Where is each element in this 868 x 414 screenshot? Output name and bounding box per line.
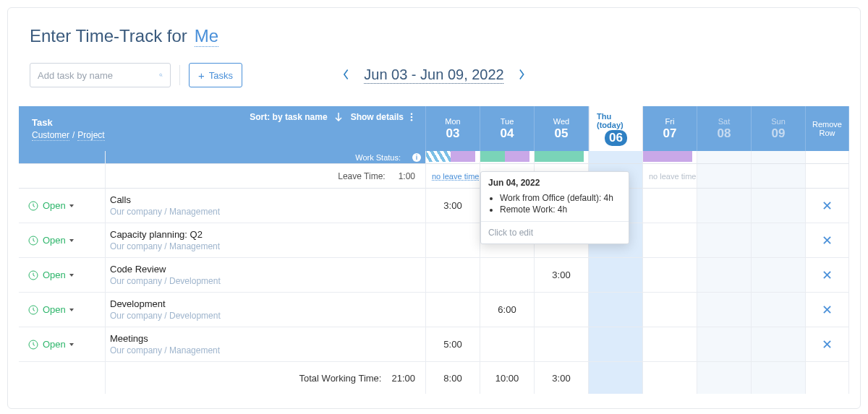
task-status[interactable]: Open (19, 293, 106, 327)
close-icon (823, 340, 831, 348)
day-total: 8:00 (426, 362, 480, 394)
remove-row-button[interactable] (806, 189, 849, 223)
customer-filter[interactable]: Customer (32, 130, 69, 141)
svg-line-1 (161, 76, 162, 77)
close-icon (823, 306, 831, 314)
time-cell[interactable] (697, 189, 752, 223)
time-cell[interactable] (426, 293, 480, 327)
day-header[interactable]: Mon03 (426, 106, 480, 151)
time-cell[interactable] (752, 327, 806, 362)
time-cell[interactable] (643, 189, 697, 223)
caret-down-icon (69, 343, 74, 346)
leave-time-cell[interactable]: no leave time (643, 164, 697, 189)
work-status-cell[interactable] (752, 151, 806, 164)
time-cell[interactable] (589, 293, 643, 327)
caret-down-icon (69, 204, 74, 207)
tasks-button-label: Tasks (209, 70, 233, 81)
time-cell[interactable] (697, 223, 752, 258)
remove-row-button[interactable] (806, 327, 849, 362)
time-cell[interactable]: 6:00 (480, 293, 535, 327)
task-name-cell[interactable]: MeetingsOur company / Management (106, 327, 426, 362)
time-cell[interactable] (697, 293, 752, 327)
divider (179, 65, 180, 85)
task-name-cell[interactable]: Code ReviewOur company / Development (106, 258, 426, 293)
show-details-button[interactable]: Show details (351, 112, 415, 122)
time-cell[interactable] (752, 223, 806, 258)
time-cell[interactable]: 3:00 (535, 258, 589, 293)
task-status[interactable]: Open (19, 327, 106, 362)
clock-icon (27, 304, 39, 316)
remove-row-button[interactable] (806, 223, 849, 258)
task-name-cell[interactable]: CallsOur company / Management (106, 189, 426, 223)
time-cell[interactable] (643, 258, 697, 293)
next-week-button[interactable] (516, 66, 529, 85)
date-range-picker[interactable]: Jun 03 - Jun 09, 2022 (364, 66, 503, 84)
work-status-cell[interactable] (643, 151, 697, 164)
day-total: 10:00 (480, 362, 535, 394)
task-name-cell[interactable]: DevelopmentOur company / Development (106, 293, 426, 327)
task-status[interactable]: Open (19, 258, 106, 293)
day-total (697, 362, 752, 394)
time-cell[interactable] (752, 293, 806, 327)
time-cell[interactable] (426, 223, 480, 258)
time-cell[interactable] (426, 258, 480, 293)
day-header[interactable]: Fri07 (643, 106, 697, 151)
time-cell[interactable] (752, 258, 806, 293)
time-cell[interactable] (535, 327, 589, 362)
time-cell[interactable] (535, 293, 589, 327)
tooltip-date: Jun 04, 2022 (481, 172, 629, 191)
time-cell[interactable]: 5:00 (426, 327, 480, 362)
user-selector[interactable]: Me (195, 26, 218, 47)
work-status-cell[interactable] (589, 151, 643, 164)
tooltip-item: Remote Work: 4h (500, 204, 621, 215)
task-status[interactable]: Open (19, 189, 106, 223)
remove-row-button[interactable] (806, 258, 849, 293)
time-cell[interactable] (643, 293, 697, 327)
leave-time-cell (697, 164, 752, 189)
time-cell[interactable]: 3:00 (426, 189, 480, 223)
work-status-label: Work Status:i (106, 151, 426, 164)
remove-row-button[interactable] (806, 293, 849, 327)
day-header[interactable]: Wed05 (535, 106, 589, 151)
day-header[interactable]: Thu (today)06 (589, 106, 643, 151)
work-status-tooltip[interactable]: Jun 04, 2022 Work from Office (default):… (480, 171, 629, 244)
time-cell[interactable] (643, 223, 697, 258)
work-status-cell[interactable] (426, 151, 480, 164)
work-status-cell[interactable] (535, 151, 589, 164)
remove-row-header: RemoveRow (806, 106, 849, 151)
leave-time-cell (752, 164, 806, 189)
add-task-input[interactable] (38, 64, 159, 87)
time-cell[interactable] (480, 258, 535, 293)
svg-point-2 (411, 113, 413, 115)
add-task-search[interactable] (30, 63, 171, 87)
day-header[interactable]: Sat08 (697, 106, 752, 151)
time-cell[interactable] (480, 327, 535, 362)
info-icon[interactable]: i (412, 153, 421, 162)
arrow-down-icon (335, 113, 342, 121)
chevron-right-icon (519, 69, 526, 80)
time-cell[interactable] (643, 327, 697, 362)
total-label: Total Working Time:21:00 (106, 362, 426, 394)
project-filter[interactable]: Project (77, 130, 104, 141)
sort-button[interactable]: Sort: by task name (250, 112, 341, 122)
work-status-cell[interactable] (480, 151, 535, 164)
time-cell[interactable] (589, 258, 643, 293)
prev-week-button[interactable] (339, 66, 352, 85)
task-status[interactable]: Open (19, 223, 106, 258)
add-tasks-button[interactable]: + Tasks (189, 63, 242, 87)
time-cell[interactable] (697, 327, 752, 362)
time-cell[interactable] (752, 189, 806, 223)
work-status-cell[interactable] (697, 151, 752, 164)
chevron-left-icon (342, 69, 349, 80)
leave-time-cell[interactable]: no leave time (426, 164, 480, 189)
time-cell[interactable] (589, 327, 643, 362)
tooltip-footer[interactable]: Click to edit (481, 221, 629, 243)
caret-down-icon (69, 274, 74, 277)
day-header[interactable]: Tue04 (480, 106, 535, 151)
close-icon (823, 271, 831, 279)
day-header[interactable]: Sun09 (752, 106, 806, 151)
close-icon (823, 202, 831, 210)
time-cell[interactable] (697, 258, 752, 293)
task-name-cell[interactable]: Capacity planning: Q2Our company / Manag… (106, 223, 426, 258)
clock-icon (27, 339, 39, 350)
